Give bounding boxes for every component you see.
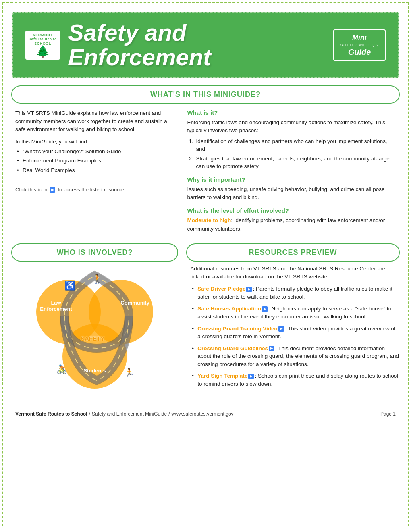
list-item: Real World Examples	[15, 167, 175, 175]
effort-title: What is the level of effort involved?	[187, 207, 396, 214]
guide-label: Guide	[340, 48, 379, 57]
who-title: WHO IS INVOLVED?	[20, 248, 169, 257]
footer-org-name: Vermont Safe Routes to School	[15, 411, 87, 417]
resource-item-safe-driver: Safe Driver Pledge▶: Parents formally pl…	[190, 285, 400, 301]
safe-driver-pledge-link[interactable]: Safe Driver Pledge	[197, 286, 245, 292]
logo-icon: 🌲	[36, 46, 50, 57]
list-item: Strategies that law enforcement, parents…	[187, 155, 396, 170]
who-section-header: WHO IS INVOLVED?	[11, 243, 178, 262]
resources-intro: Additional resources from VT SRTS and th…	[190, 265, 400, 281]
mini-label: Mini	[340, 33, 379, 42]
resources-title: RESOURCES PREVIEW	[195, 248, 391, 257]
resource-item-safe-houses: Safe Houses Application▶: Neighbors can …	[190, 305, 400, 320]
safe-houses-icon: ▶	[262, 306, 268, 312]
what-is-it-list: Identification of challenges and partner…	[187, 138, 396, 170]
page-border: VERMONT Safe Routes to SCHOOL 🌲 Safety a…	[2, 2, 409, 526]
find-label: In this MiniGuide, you will find:	[15, 139, 175, 145]
main-title: Safety and Enforcement	[68, 21, 325, 70]
intro-section: This VT SRTS MiniGuide explains how law …	[15, 109, 396, 236]
biking-figure: 🚴	[56, 364, 67, 375]
header-title: Safety and Enforcement	[68, 21, 325, 70]
logo-top: VERMONT Safe Routes to SCHOOL	[29, 33, 57, 46]
what-is-it-paragraph: Enforcing traffic laws and encouraging c…	[187, 118, 396, 135]
running-figure: 🏃	[124, 368, 134, 377]
footer-left: Vermont Safe Routes to School / Safety a…	[15, 411, 234, 417]
wheelchair-figure: ♿	[64, 281, 75, 291]
resource-link-icon: ▶	[50, 187, 55, 193]
effort-level: Moderate to high	[187, 217, 231, 223]
safety-label: SAFETY	[81, 335, 104, 342]
who-section: WHO IS INVOLVED?	[11, 240, 182, 399]
whats-in-title: WHAT'S IN THIS MINIGUIDE?	[20, 90, 391, 99]
walking-figure: 🚶	[92, 274, 103, 284]
header-wrapper: VERMONT Safe Routes to SCHOOL 🌲 Safety a…	[3, 3, 408, 78]
why-important-title: Why is it important?	[187, 176, 396, 183]
resources-section-header: RESOURCES PREVIEW	[186, 243, 400, 262]
header-logo: VERMONT Safe Routes to SCHOOL 🌲	[25, 31, 60, 60]
footer-sep2: /	[168, 411, 170, 417]
intro-paragraph: This VT SRTS MiniGuide explains how law …	[15, 109, 175, 134]
effort-paragraph: Moderate to high: Identifying problems, …	[187, 216, 396, 233]
what-is-it-title: What is it?	[187, 109, 396, 116]
resource-item-crossing-guidelines: Crossing Guard Guidelines▶: This documen…	[190, 345, 400, 368]
resources-list: Safe Driver Pledge▶: Parents formally pl…	[190, 285, 400, 388]
crossing-guard-video-link[interactable]: Crossing Guard Training Video	[197, 326, 278, 332]
footer-mid: Safety and Enforcement MiniGuide	[92, 411, 167, 417]
safe-driver-icon: ▶	[246, 287, 252, 292]
why-important-paragraph: Issues such as speeding, unsafe driving …	[187, 185, 396, 202]
resource-item-yard-sign: Yard Sign Template▶: Schools can print t…	[190, 372, 400, 388]
students-circle	[62, 324, 127, 389]
yard-sign-link[interactable]: Yard Sign Template	[197, 373, 247, 379]
resources-content: Additional resources from VT SRTS and th…	[182, 262, 400, 388]
intro-left: This VT SRTS MiniGuide explains how law …	[15, 109, 175, 236]
resource-item-crossing-video: Crossing Guard Training Video▶: This sho…	[190, 325, 400, 341]
mini-url: saferoutes.vermont.gov	[340, 43, 379, 47]
safe-houses-link[interactable]: Safe Houses Application	[197, 305, 261, 312]
click-note: Click this icon ▶ to access the listed r…	[15, 187, 175, 193]
footer: Vermont Safe Routes to School / Safety a…	[11, 407, 400, 421]
list-item: Identification of challenges and partner…	[187, 138, 396, 153]
crossing-guidelines-icon: ▶	[269, 346, 274, 351]
circle-overlap: Law Enforcement Community Students SAFET…	[32, 268, 161, 397]
mini-guide-box: Mini saferoutes.vermont.gov Guide	[333, 29, 386, 61]
footer-url: www.saferoutes.vermont.gov	[172, 411, 234, 417]
yard-sign-icon: ▶	[248, 374, 254, 379]
header: VERMONT Safe Routes to SCHOOL 🌲 Safety a…	[12, 12, 399, 78]
list-item: Enforcement Program Examples	[15, 157, 175, 165]
resources-section: RESOURCES PREVIEW Additional resources f…	[182, 240, 400, 399]
two-section-row: WHO IS INVOLVED?	[11, 240, 400, 399]
click-note-after: to access the listed resource.	[58, 187, 125, 193]
crossing-video-icon: ▶	[278, 326, 284, 332]
click-note-before: Click this icon	[15, 187, 47, 193]
footer-sep1: /	[89, 411, 90, 417]
crossing-guard-guidelines-link[interactable]: Crossing Guard Guidelines	[197, 345, 268, 351]
list-item: “What’s your Challenge?” Solution Guide	[15, 148, 175, 156]
intro-bullet-list: “What’s your Challenge?” Solution Guide …	[15, 148, 175, 175]
intro-right: What is it? Enforcing traffic laws and e…	[187, 109, 396, 236]
whats-in-section-header: WHAT'S IN THIS MINIGUIDE?	[11, 85, 400, 104]
main-content: This VT SRTS MiniGuide explains how law …	[3, 109, 408, 236]
venn-diagram: Law Enforcement Community Students SAFET…	[11, 262, 182, 399]
footer-page: Page 1	[380, 411, 396, 417]
